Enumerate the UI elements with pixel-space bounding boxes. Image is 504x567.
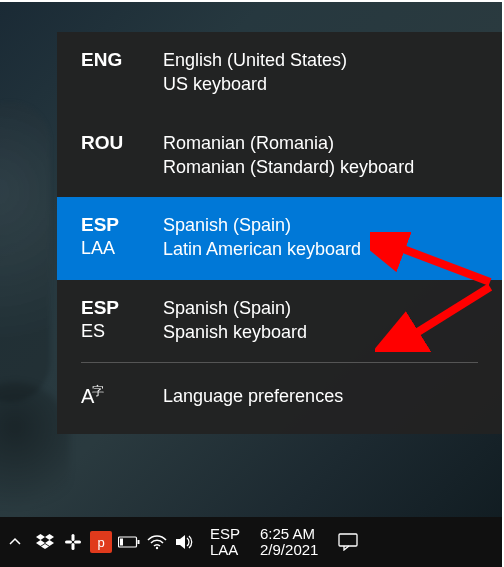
language-item-romanian[interactable]: ROU Romanian (Romania) Romanian (Standar… <box>57 115 502 198</box>
taskbar-lang-code-a: ESP <box>210 526 240 543</box>
battery-tray-icon[interactable] <box>118 531 140 553</box>
lang-code-col: ESP LAA <box>81 213 153 259</box>
language-icon: A字 <box>81 385 104 408</box>
language-item-spanish-es[interactable]: ESP ES Spanish (Spain) Spanish keyboard <box>57 280 502 363</box>
app-tray-icon[interactable]: p <box>90 531 112 553</box>
lang-code-primary: ESP <box>81 296 119 320</box>
lang-name: English (United States) <box>163 48 478 72</box>
lang-name: Spanish (Spain) <box>163 213 478 237</box>
lang-text-col: Romanian (Romania) Romanian (Standard) k… <box>163 131 478 180</box>
keyboard-name: Latin American keyboard <box>163 237 478 261</box>
p-icon: p <box>90 531 112 553</box>
svg-marker-3 <box>45 534 54 540</box>
lang-text-col: Spanish (Spain) Latin American keyboard <box>163 213 478 262</box>
lang-text-col: English (United States) US keyboard <box>163 48 478 97</box>
slack-tray-icon[interactable] <box>62 531 84 553</box>
lang-code-primary: ROU <box>81 131 123 155</box>
tray-icons: p <box>30 531 200 553</box>
svg-rect-12 <box>120 539 123 546</box>
action-center-button[interactable] <box>328 517 368 567</box>
volume-tray-icon[interactable] <box>174 531 196 553</box>
taskbar-language-indicator[interactable]: ESP LAA <box>200 526 250 559</box>
lang-code-col: ESP ES <box>81 296 153 342</box>
svg-rect-9 <box>65 541 72 544</box>
lang-text-col: Spanish (Spain) Spanish keyboard <box>163 296 478 345</box>
svg-rect-10 <box>74 541 81 544</box>
taskbar-lang-code-b: LAA <box>210 542 238 559</box>
notification-icon <box>338 533 358 551</box>
chevron-up-icon <box>9 536 21 548</box>
lang-code-secondary: LAA <box>81 237 115 260</box>
keyboard-name: US keyboard <box>163 72 478 96</box>
language-item-english[interactable]: ENG English (United States) US keyboard <box>57 32 502 115</box>
language-item-spanish-laa[interactable]: ESP LAA Spanish (Spain) Latin American k… <box>57 197 502 280</box>
svg-rect-7 <box>72 534 75 541</box>
svg-rect-13 <box>138 540 140 544</box>
svg-marker-2 <box>36 534 45 540</box>
language-switcher-flyout: ENG English (United States) US keyboard … <box>57 32 502 434</box>
language-preferences-link[interactable]: A字 Language preferences <box>57 363 502 434</box>
dropbox-tray-icon[interactable] <box>34 531 56 553</box>
svg-rect-8 <box>72 543 75 550</box>
lang-code-primary: ESP <box>81 213 119 237</box>
lang-code-primary: ENG <box>81 48 122 72</box>
svg-point-14 <box>156 547 158 549</box>
taskbar: p ESP LAA 6:25 AM 2/9/2021 <box>0 517 502 567</box>
keyboard-name: Romanian (Standard) keyboard <box>163 155 478 179</box>
lang-code-col: ROU <box>81 131 153 155</box>
lang-code-secondary: ES <box>81 320 105 343</box>
taskbar-date: 2/9/2021 <box>260 542 318 559</box>
taskbar-clock[interactable]: 6:25 AM 2/9/2021 <box>250 526 328 559</box>
keyboard-name: Spanish keyboard <box>163 320 478 344</box>
svg-rect-15 <box>339 534 357 546</box>
prefs-icon-col: A字 <box>81 385 153 408</box>
language-preferences-label: Language preferences <box>163 386 343 407</box>
lang-name: Spanish (Spain) <box>163 296 478 320</box>
tray-overflow-button[interactable] <box>0 517 30 567</box>
lang-code-col: ENG <box>81 48 153 72</box>
wifi-tray-icon[interactable] <box>146 531 168 553</box>
taskbar-time: 6:25 AM <box>260 526 315 543</box>
lang-name: Romanian (Romania) <box>163 131 478 155</box>
